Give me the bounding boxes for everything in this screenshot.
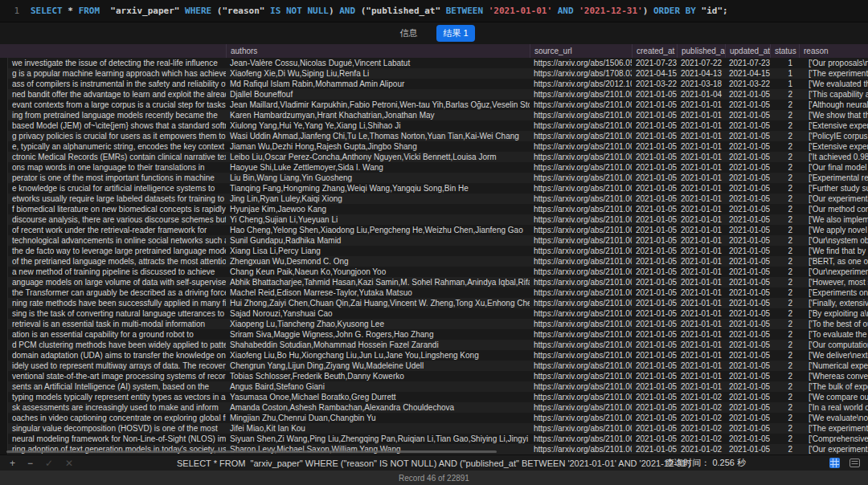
apply-changes-button[interactable]: ✓ <box>45 459 53 468</box>
table-cell: ning rate methods have been successfully… <box>8 298 226 308</box>
table-row[interactable]: anguage models on large volume of data w… <box>0 277 868 287</box>
sql-token: '2021-12-31' <box>579 6 642 16</box>
table-cell: e, typically an alphanumeric string, enc… <box>8 141 226 152</box>
table-row[interactable]: of recent work under the retrieval-reade… <box>0 225 868 235</box>
table-row[interactable]: ning rate methods have been successfully… <box>0 298 868 308</box>
sql-editor[interactable]: 1 SELECT * FROM "arxiv_paper" WHERE ("re… <box>0 0 868 22</box>
table-cell: https://arxiv.org/abs/2101.00259 <box>530 308 632 319</box>
table-cell: 2021-01-05 <box>632 392 677 402</box>
table-cell: 2021-01-01 <box>677 350 725 361</box>
table-row[interactable]: e, typically an alphanumeric string, enc… <box>0 141 868 152</box>
table-cell: 2 <box>770 402 799 413</box>
table-row[interactable]: ctronic Medical Records (EMRs) contain c… <box>0 152 868 162</box>
table-cell: ring adoption of text generation models … <box>8 444 226 454</box>
table-row[interactable]: we investigate the issue of detecting th… <box>0 58 868 68</box>
table-row[interactable]: idely used to represent multiway arrays … <box>0 361 868 371</box>
table-row[interactable]: ass of compilers is instrumental in the … <box>0 79 868 89</box>
sql-query[interactable]: SELECT * FROM "arxiv_paper" WHERE ("reas… <box>31 6 728 16</box>
table-cell: 2021-01-05 <box>632 413 677 423</box>
table-row[interactable]: based Model (JEM) of~\cite{jem} shows th… <box>0 120 868 131</box>
table-row[interactable]: sents an Artificial Intelligence (AI) sy… <box>0 381 868 392</box>
table-row[interactable]: sk assessments are increasingly used to … <box>0 402 868 413</box>
delete-record-button[interactable]: − <box>27 459 33 468</box>
table-row[interactable]: g privacy policies is crucial for users … <box>0 131 868 141</box>
table-row[interactable]: ing from pretrained language models rece… <box>0 110 868 120</box>
table-row[interactable]: a new method of training pipeline is dis… <box>0 267 868 277</box>
column-header[interactable]: reason <box>799 44 868 58</box>
row-gutter <box>0 68 8 79</box>
table-row[interactable]: oaches in video captioning concentrate o… <box>0 413 868 423</box>
add-record-button[interactable]: + <box>10 459 15 468</box>
row-gutter <box>0 246 8 256</box>
grid-body[interactable]: we investigate the issue of detecting th… <box>0 58 868 454</box>
horizontal-scrollbar[interactable] <box>6 450 497 453</box>
table-cell: 2021-01-01 <box>677 204 725 214</box>
table-cell: 2021-01-05 <box>632 434 677 444</box>
table-cell: Machel Reid,Edison Marrese-Taylor,Yutaka… <box>226 287 530 298</box>
table-row[interactable]: the de facto way to leverage large pretr… <box>0 246 868 256</box>
table-cell: ['It achieved 0.9866 p <box>799 152 868 162</box>
form-view-icon[interactable] <box>850 458 860 468</box>
table-cell: neural modeling framework for Non-Line-o… <box>8 434 226 444</box>
table-cell: 2021-01-01 <box>677 225 725 235</box>
table-cell: we investigate the issue of detecting th… <box>8 58 226 68</box>
table-row[interactable]: d PCM clustering methods have been widel… <box>0 340 868 350</box>
table-row[interactable]: the Transformer can arguably be describe… <box>0 287 868 298</box>
table-row[interactable]: technological advancements in online soc… <box>0 235 868 246</box>
column-header[interactable]: authors <box>226 44 530 58</box>
table-cell: ['To the best of our kn <box>799 319 868 329</box>
table-row[interactable]: etworks usually require large labeled da… <box>0 194 868 204</box>
discard-changes-button[interactable]: ✕ <box>65 459 73 468</box>
table-cell: 2021-01-05 <box>725 267 770 277</box>
table-row[interactable]: discourse analysis, there are various di… <box>0 214 868 225</box>
table-row[interactable]: ventional state-of-the-art image process… <box>0 371 868 381</box>
row-gutter <box>0 204 8 214</box>
table-cell: ['Comprehensive expe <box>799 434 868 444</box>
table-row[interactable]: retrieval is an essential task in multi-… <box>0 319 868 329</box>
tab-info[interactable]: 信息 <box>393 25 424 42</box>
table-row[interactable]: singular value decomposition (HOSVD) is … <box>0 423 868 434</box>
column-header[interactable]: updated_at <box>725 44 770 58</box>
row-gutter <box>0 434 8 444</box>
table-cell: 2021-01-01 <box>677 173 725 183</box>
table-row[interactable]: typing models typically represent entity… <box>0 392 868 402</box>
table-cell: ['Our proposals\nare e <box>799 58 868 68</box>
table-cell: 2021-01-05 <box>632 162 677 173</box>
column-header[interactable]: created_at <box>632 44 677 58</box>
sql-token: FROM <box>79 6 100 16</box>
table-row[interactable]: f biomedical literature on new biomedica… <box>0 204 868 214</box>
table-row[interactable]: sing is the task of converting natural l… <box>0 308 868 319</box>
table-cell: ation is an essential capability for a g… <box>8 329 226 340</box>
table-row[interactable]: ring adoption of text generation models … <box>0 444 868 454</box>
table-cell: 2021-01-05 <box>632 152 677 162</box>
table-row[interactable]: neural modeling framework for Non-Line-o… <box>0 434 868 444</box>
table-row[interactable]: g is a popular machine learning approach… <box>0 68 868 79</box>
table-row[interactable]: ons map words in one language to their t… <box>0 162 868 173</box>
table-row[interactable]: e knowledge is crucial for artificial in… <box>0 183 868 194</box>
table-cell: 2021-01-05 <box>725 329 770 340</box>
table-row[interactable]: evant contexts from a large corpus is a … <box>0 100 868 110</box>
table-cell: Hyunjae Kim,Jaewoo Kang <box>226 204 530 214</box>
table-row[interactable]: ned bandit offer the advantage to learn … <box>0 89 868 100</box>
sql-token: ) <box>643 6 653 16</box>
table-row[interactable]: perator is one of the most important fun… <box>0 173 868 183</box>
table-cell: https://arxiv.org/abs/2101.00178 <box>530 225 632 235</box>
table-cell: https://arxiv.org/abs/2101.00160 <box>530 204 632 214</box>
table-cell: ventional state-of-the-art image process… <box>8 371 226 381</box>
table-row[interactable]: domain adaptation (UDA) aims to transfer… <box>0 350 868 361</box>
table-cell: 2021-01-05 <box>632 423 677 434</box>
table-cell: 2021-01-05 <box>725 434 770 444</box>
tab-result-1[interactable]: 结果 1 <box>436 25 474 42</box>
table-cell: 2 <box>770 120 799 131</box>
table-row[interactable]: ation is an essential capability for a g… <box>0 329 868 340</box>
sql-token: ORDER BY <box>653 6 696 16</box>
column-header[interactable]: source_url <box>530 44 632 58</box>
table-cell: 2 <box>770 371 799 381</box>
column-header[interactable] <box>8 44 226 58</box>
grid-view-icon[interactable] <box>829 458 840 468</box>
table-cell: 2021-01-05 <box>725 235 770 246</box>
table-cell: 2 <box>770 413 799 423</box>
column-header[interactable]: published_at <box>677 44 725 58</box>
column-header[interactable]: status <box>770 44 799 58</box>
table-row[interactable]: of the pretrianed language models, attra… <box>0 256 868 267</box>
